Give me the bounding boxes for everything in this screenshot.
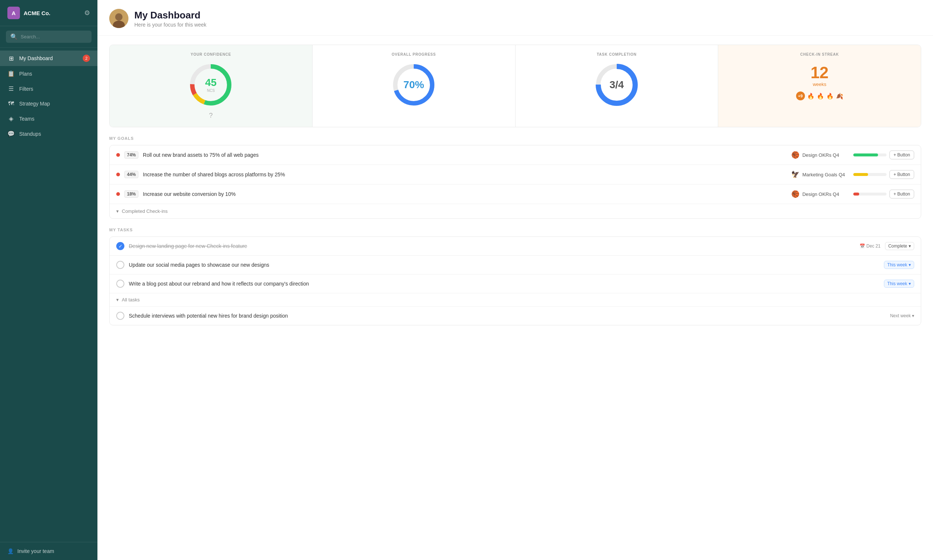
task-next-week[interactable]: Next week ▾ [890,313,914,318]
svg-point-1 [115,13,123,21]
goal-progress-fill [853,154,878,157]
avatar [109,9,128,28]
task-check-done[interactable]: ✓ [116,242,125,250]
task-status-complete[interactable]: Complete ▾ [885,242,914,250]
goal-row: 18% Increase our website conversion by 1… [109,185,921,204]
checkin-streak-label: CHECK-IN STREAK [800,52,839,57]
goal-dot [116,192,120,196]
stats-row: YOUR CONFIDENCE 45 NCS ? [109,45,921,127]
chevron-down-icon: ▾ [116,208,119,214]
sidebar-item-standups[interactable]: 💬 Standups [0,126,97,141]
goal-row: 44% Increase the number of shared blogs … [109,165,921,185]
search-bar: 🔍 [0,26,97,48]
goal-team-icon: 🏀 [791,151,799,159]
invite-team-button[interactable]: 👤 Invite your team [0,542,97,560]
task-week-label: This week [887,262,907,268]
goal-team-name: Marketing Goals Q4 [802,172,850,177]
invite-label: Invite your team [17,548,54,554]
goal-progress-fill [853,192,859,195]
overall-progress-card: OVERALL PROGRESS 70% [313,45,516,127]
completed-checkins-label: Completed Check-ins [122,208,168,214]
page-title-block: My Dashboard Here is your focus for this… [134,9,206,28]
sidebar-item-label: Standups [19,131,41,137]
goal-team-icon: 🦅 [791,171,799,178]
brand-name: ACME Co. [24,10,51,16]
sidebar-item-filters[interactable]: ☰ Filters [0,81,97,96]
tasks-card: ✓ Design new landing page for new Check-… [109,237,921,325]
search-input[interactable] [21,34,87,40]
goal-pct: 44% [125,171,139,178]
sidebar-item-label: Filters [19,86,33,92]
teams-icon: ◈ [8,115,15,122]
page-title: My Dashboard [134,9,206,21]
filters-icon: ☰ [8,85,15,92]
sidebar-item-plans[interactable]: 📋 Plans [0,66,97,81]
goals-section-title: MY GOALS [109,136,921,140]
calendar-icon: 📅 [859,243,865,249]
goal-team-name: Design OKRs Q4 [802,152,850,158]
confidence-label: YOUR CONFIDENCE [191,52,231,57]
chevron-down-icon: ▾ [908,262,911,268]
tasks-section: MY TASKS ✓ Design new landing page for n… [109,228,921,325]
task-this-week-badge[interactable]: This week ▾ [884,261,914,269]
brand: A ACME Co. [8,7,51,19]
goal-button[interactable]: + Button [890,189,914,198]
confidence-help-icon[interactable]: ? [209,112,212,119]
confidence-card: YOUR CONFIDENCE 45 NCS ? [109,45,313,127]
task-text: Update our social media pages to showcas… [129,262,879,268]
confidence-value: 45 [205,77,217,88]
task-row: Schedule interviews with potential new h… [109,306,921,325]
flame-icon-1: 🔥 [807,92,814,100]
goals-section: MY GOALS 74% Roll out new brand assets t… [109,136,921,219]
search-icon: 🔍 [10,33,18,40]
sidebar-item-label: Teams [19,116,34,122]
task-completion-label: TASK COMPLETION [597,52,637,57]
goals-card: 74% Roll out new brand assets to 75% of … [109,145,921,219]
task-completion-chart: 3/4 [593,61,641,109]
brand-avatar: A [8,7,20,19]
goal-row: 74% Roll out new brand assets to 75% of … [109,145,921,165]
invite-icon: 👤 [8,548,14,554]
overall-progress-label: OVERALL PROGRESS [391,52,436,57]
page-subtitle: Here is your focus for this week [134,22,206,28]
goal-team-icon: 🏀 [791,190,799,198]
streak-plus-badge: +9 [796,91,805,100]
goal-progress-bar [853,173,887,176]
chevron-down-icon: ▾ [116,297,119,303]
goal-meta: 🏀 Design OKRs Q4 + Button [791,151,914,159]
task-this-week-badge[interactable]: This week ▾ [884,280,914,288]
goal-progress-bar [853,192,887,195]
task-row: Write a blog post about our rebrand and … [109,274,921,293]
sidebar-nav: ⊞ My Dashboard 2 📋 Plans ☰ Filters 🗺 Str… [0,48,97,542]
all-tasks-toggle[interactable]: ▾ All tasks [109,293,921,306]
sidebar-item-teams[interactable]: ◈ Teams [0,111,97,126]
goal-button[interactable]: + Button [890,170,914,179]
goal-meta: 🦅 Marketing Goals Q4 + Button [791,170,914,179]
goal-button[interactable]: + Button [890,151,914,159]
task-check-empty[interactable] [116,280,125,288]
task-date: 📅 Dec 21 [859,243,881,249]
streak-value: 12 [810,65,828,81]
task-check-empty[interactable] [116,261,125,269]
task-completion-value: 3/4 [609,80,624,90]
goal-dot [116,153,120,157]
task-check-empty[interactable] [116,312,125,320]
main-content: My Dashboard Here is your focus for this… [97,0,933,560]
flame-icon-3: 🔥 [826,92,834,100]
task-text: Schedule interviews with potential new h… [129,313,886,319]
confidence-chart: 45 NCS [187,61,235,109]
sidebar: A ACME Co. ⚙ 🔍 ⊞ My Dashboard 2 📋 Plans … [0,0,97,560]
task-week-label: This week [887,281,907,286]
tasks-section-title: MY TASKS [109,228,921,232]
goal-progress-fill [853,173,868,176]
standups-icon: 💬 [8,130,15,137]
completed-checkins-toggle[interactable]: ▾ Completed Check-ins [109,204,921,218]
gear-icon[interactable]: ⚙ [84,9,90,17]
sidebar-item-my-dashboard[interactable]: ⊞ My Dashboard 2 [0,51,97,66]
goal-pct: 18% [125,190,139,198]
strategy-map-icon: 🗺 [8,100,15,107]
task-completion-card: TASK COMPLETION 3/4 [516,45,719,127]
sidebar-item-strategy-map[interactable]: 🗺 Strategy Map [0,96,97,111]
task-text: Write a blog post about our rebrand and … [129,281,879,287]
goal-text: Increase our website conversion by 10% [143,191,787,197]
